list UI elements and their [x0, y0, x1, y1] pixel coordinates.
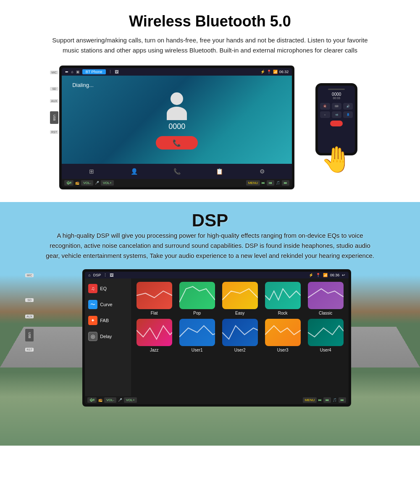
wifi-icon: 📶	[273, 70, 278, 74]
eq-preset-rock[interactable]: Rock	[263, 282, 302, 315]
dsp-ctrl-icon2: 🎤	[118, 398, 122, 402]
rst-label: RST	[50, 130, 58, 134]
next-btn[interactable]: ⏭	[282, 180, 289, 186]
car-unit-wrapper: MIC SD AUX USB RST ⬅ ⌂ ▣ BT Phone ⋮ 🖼	[50, 66, 294, 189]
eq-preset-jazz[interactable]: Jazz	[134, 319, 174, 352]
nav-calls[interactable]: 📞	[171, 166, 183, 176]
bluetooth-section: Wireless Bluetooth 5.0 Support answering…	[0, 0, 420, 202]
dialpad-mute[interactable]: 🔇	[320, 103, 330, 110]
bt-screen: Dialing... 0000 📞	[62, 76, 292, 164]
dialpad-audio[interactable]: 🔊	[343, 103, 353, 110]
vol-minus-btn[interactable]: VOL-	[81, 180, 93, 186]
eq-wave-rock	[265, 282, 301, 309]
dsp-back-icon[interactable]: ↩	[342, 273, 345, 277]
bt-car-unit: ⬅ ⌂ ▣ BT Phone ⋮ 🖼 ⚡ 📍 📶 06:32	[59, 66, 294, 189]
dsp-power-btn[interactable]: ⏻☀	[87, 397, 97, 403]
eq-label-pop: Pop	[193, 311, 201, 315]
vol-plus-btn[interactable]: VOL+	[101, 180, 114, 186]
eq-preset-user3[interactable]: User3	[263, 319, 302, 352]
fab-label: FAB	[100, 318, 109, 323]
bt-car-inner: ⬅ ⌂ ▣ BT Phone ⋮ 🖼 ⚡ 📍 📶 06:32	[62, 68, 292, 187]
eq-label-rock: Rock	[278, 311, 288, 315]
eq-label-user4: User4	[320, 348, 331, 352]
call-number: 0000	[168, 122, 185, 131]
dsp-menu-btn[interactable]: MENU	[303, 397, 317, 403]
dsp-prev-btn[interactable]: ⏮	[323, 397, 331, 403]
dialpad-contacts[interactable]: 👤	[343, 111, 353, 118]
dsp-mic-label: MIC	[25, 273, 34, 277]
dsp-car-inner: ⌂ DSP ⋮ 🖼 ⚡ 📍 📶 06:36 ↩	[85, 272, 349, 404]
end-call-button[interactable]: 📞	[156, 136, 198, 150]
nav-grid[interactable]: ⊞	[85, 166, 98, 176]
time-display: 06:32	[279, 70, 289, 74]
dsp-status-bar: ⌂ DSP ⋮ 🖼 ⚡ 📍 📶 06:36 ↩	[85, 272, 349, 278]
bt-bottom-nav: ⊞ 👤 📞 📋 ⚙	[62, 164, 292, 179]
eq-wave-user3	[265, 319, 301, 346]
eq-preset-classic[interactable]: Classic	[306, 282, 345, 315]
eq-thumb-easy	[222, 282, 258, 309]
sd-label: SD	[50, 87, 58, 91]
home-icon[interactable]: ⌂	[71, 70, 73, 74]
dsp-aux-label: AUX	[25, 315, 34, 318]
eq-label-easy: Easy	[235, 311, 244, 315]
status-right-icons: ⚡ 📍 📶 06:32	[260, 70, 289, 74]
eq-thumb-classic	[308, 282, 344, 309]
eq-label-jazz: Jazz	[150, 348, 159, 352]
eq-icon: ♫	[88, 284, 97, 293]
fab-icon: ✦	[88, 316, 97, 325]
eq-label-user3: User3	[277, 348, 289, 352]
ctrl-icon2: 🎤	[95, 181, 99, 185]
dsp-sidebar-delay[interactable]: ◎ Delay	[85, 328, 131, 344]
nav-notes[interactable]: 📋	[213, 166, 226, 176]
dsp-sidebar-eq[interactable]: ♫ EQ	[85, 281, 131, 297]
eq-wave-flat	[136, 282, 172, 309]
ctrl-icon3: ⏭	[262, 181, 265, 185]
eq-thumb-user3	[265, 319, 301, 346]
dsp-dots-icon: ⋮	[103, 273, 107, 277]
dsp-side-labels-left: MIC SD AUX USB RST	[25, 269, 34, 352]
dsp-content: DSP A high-quality DSP will give you pro…	[0, 202, 420, 419]
dsp-vol-plus-btn[interactable]: VOL+	[124, 397, 137, 403]
dialpad-keypad[interactable]: ⌨	[332, 103, 341, 110]
dsp-vol-minus-btn[interactable]: VOL-	[104, 397, 116, 403]
dsp-location-icon: 📍	[316, 273, 320, 277]
curve-icon: 〜	[88, 300, 97, 309]
dsp-title: DSP	[25, 210, 395, 231]
power-btn[interactable]: ⏻☀	[64, 180, 74, 186]
dsp-home-icon[interactable]: ⌂	[88, 273, 90, 277]
dsp-sidebar-curve[interactable]: 〜 Curve	[85, 297, 131, 312]
eq-thumb-user4	[308, 319, 344, 346]
eq-preset-user1[interactable]: User1	[177, 319, 217, 352]
menu-btn[interactable]: MENU	[246, 180, 260, 186]
phone-call-number: 0000	[332, 92, 341, 97]
dsp-sidebar-fab[interactable]: ✦ FAB	[85, 312, 131, 328]
nav-contacts[interactable]: 👤	[128, 166, 141, 176]
hand-visual: 🤚	[303, 147, 370, 172]
prev-btn[interactable]: ⏮	[267, 180, 274, 186]
dsp-bt-icon: ⚡	[309, 273, 313, 277]
back-icon[interactable]: ⬅	[65, 70, 68, 74]
eq-preset-user2[interactable]: User2	[220, 319, 260, 352]
phone-dialpad: 🔇 ⌨ 🔊 + 📹 👤	[320, 103, 353, 118]
dsp-next-btn[interactable]: ⏭	[339, 397, 346, 403]
eq-preset-pop[interactable]: Pop	[177, 282, 217, 315]
eq-preset-flat[interactable]: Flat	[134, 282, 174, 315]
dsp-screen: ♫ EQ 〜 Curve ✦ FAB	[85, 278, 349, 396]
phone-end-btn[interactable]	[330, 121, 343, 126]
phone-call-sub: 00:03	[333, 97, 340, 100]
dialing-text: Dialing...	[72, 82, 94, 88]
bluetooth-demo-row: MIC SD AUX USB RST ⬅ ⌂ ▣ BT Phone ⋮ 🖼	[25, 66, 395, 189]
dsp-sd-label: SD	[25, 298, 34, 302]
dialpad-video[interactable]: 📹	[332, 111, 341, 118]
dsp-control-bar: ⏻☀ 📻 VOL- 🎤 VOL+ MENU ⏭ ⏮ 🎵 ⏭	[85, 396, 349, 404]
eq-preset-user4[interactable]: User4	[306, 319, 345, 352]
bt-control-bar: ⏻☀ 📻 VOL- 🎤 VOL+ MENU ⏭ ⏮ 🎵 ⏭	[62, 179, 292, 187]
dsp-usb-label: USB	[25, 329, 34, 341]
nav-settings[interactable]: ⚙	[256, 166, 268, 176]
usb-label: USB	[50, 111, 58, 124]
eq-thumb-jazz	[136, 319, 172, 346]
dialpad-add[interactable]: +	[320, 111, 330, 118]
eq-preset-easy[interactable]: Easy	[220, 282, 260, 315]
ctrl-icon4: 🎵	[276, 181, 280, 185]
eq-thumb-pop	[179, 282, 215, 309]
